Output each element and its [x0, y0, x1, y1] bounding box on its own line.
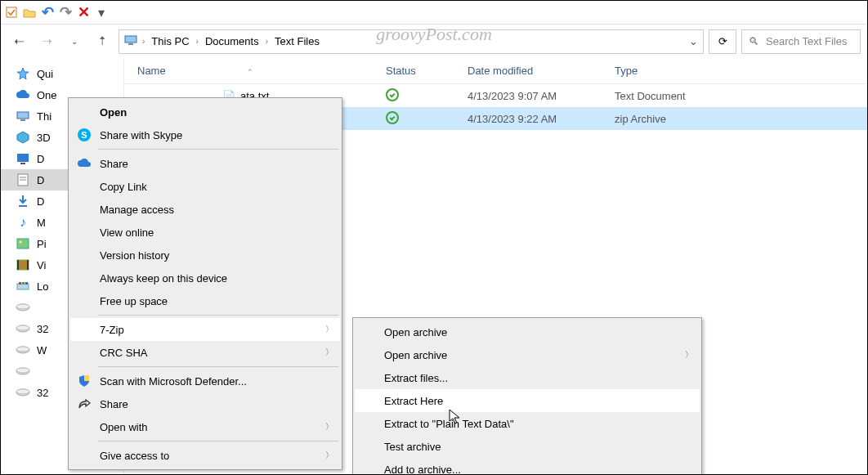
context-item[interactable]: Free up space: [70, 289, 340, 312]
context-item[interactable]: Extract to "Plain Text Data\": [355, 412, 700, 435]
context-item[interactable]: Always keep on this device: [70, 267, 340, 289]
breadcrumb-segment[interactable]: This PC: [150, 35, 190, 47]
context-item-label: Test archive: [384, 441, 441, 453]
context-item[interactable]: Open archive: [355, 320, 700, 343]
download-icon: [16, 194, 30, 208]
recent-dropdown-icon[interactable]: ⌄: [63, 30, 86, 53]
context-item[interactable]: SShare with Skype: [70, 123, 340, 146]
cloud-icon: [77, 156, 92, 171]
svg-point-13: [20, 241, 22, 244]
star-icon: [16, 66, 30, 81]
context-item-label: Add to archive...: [384, 464, 461, 476]
column-type[interactable]: Type: [615, 65, 745, 77]
context-item-label: Open archive: [384, 326, 447, 338]
svg-rect-0: [7, 7, 16, 17]
svg-rect-19: [22, 282, 25, 285]
context-item[interactable]: Extract Here: [355, 389, 700, 412]
file-type: zip Archive: [615, 113, 745, 125]
context-item[interactable]: Manage access: [70, 198, 340, 221]
context-item[interactable]: Open with〉: [70, 415, 340, 438]
search-icon: 🔍︎: [749, 35, 759, 47]
context-item-label: Version history: [100, 249, 169, 262]
address-dropdown-icon[interactable]: ⌄: [689, 35, 698, 47]
sidebar-item-label: M: [37, 217, 46, 229]
context-item[interactable]: Scan with Microsoft Defender...: [70, 370, 340, 392]
sidebar-item-label: Lo: [37, 280, 48, 293]
svg-point-28: [16, 368, 29, 373]
chevron-right-icon: 〉: [685, 349, 693, 361]
svg-point-26: [16, 347, 29, 352]
undo-icon[interactable]: ↶: [40, 5, 55, 20]
sidebar-item-label: Vi: [37, 259, 46, 271]
context-item-label: Open: [100, 106, 127, 119]
sidebar-item-label: One: [37, 89, 57, 101]
svg-rect-2: [128, 43, 133, 45]
sidebar-item-label: Qui: [37, 68, 53, 80]
context-item[interactable]: CRC SHA〉: [70, 341, 340, 364]
qat-dropdown-icon[interactable]: ▾: [94, 5, 109, 20]
svg-rect-12: [17, 239, 29, 249]
share-icon: [77, 397, 92, 411]
context-item[interactable]: Open: [70, 101, 340, 123]
sidebar-item-label: Pi: [37, 238, 47, 250]
redo-icon[interactable]: ↷: [58, 5, 73, 20]
search-input[interactable]: 🔍︎ Search Text Files: [741, 29, 861, 54]
column-status[interactable]: Status: [386, 65, 468, 77]
context-item[interactable]: Share: [70, 392, 340, 415]
disk-icon: [16, 321, 30, 336]
address-bar[interactable]: › This PC › Documents › Text Files ⌄: [119, 29, 704, 54]
breadcrumb-segment[interactable]: Documents: [204, 35, 261, 47]
context-item-label: Extract to "Plain Text Data\": [384, 418, 514, 430]
context-item[interactable]: Extract files...: [355, 366, 700, 389]
chevron-right-icon: ›: [142, 37, 145, 46]
chevron-right-icon: 〉: [325, 421, 333, 432]
back-button[interactable]: 🠐: [7, 30, 30, 53]
context-item-label: 7-Zip: [100, 324, 124, 336]
context-item[interactable]: View online: [70, 221, 340, 244]
context-item[interactable]: Share: [70, 152, 340, 175]
context-item-label: Share: [100, 398, 128, 410]
svg-point-22: [16, 304, 29, 309]
file-type: Text Document: [615, 90, 745, 102]
column-date[interactable]: Date modified: [468, 65, 615, 77]
context-item-label: Extract files...: [384, 372, 448, 384]
refresh-icon: ⟳: [718, 35, 727, 47]
refresh-button[interactable]: ⟳: [709, 29, 736, 54]
picture-icon: [16, 236, 30, 251]
chevron-right-icon: 〉: [325, 347, 333, 358]
desktop-icon: [16, 151, 30, 166]
folder-icon[interactable]: [22, 5, 37, 20]
sidebar-item-label: Thi: [37, 110, 51, 123]
disk-icon: [16, 364, 30, 379]
context-item[interactable]: Version history: [70, 244, 340, 267]
context-item[interactable]: Test archive: [355, 435, 700, 458]
context-item[interactable]: Copy Link: [70, 175, 340, 198]
sidebar-item-label: 32: [37, 323, 48, 335]
forward-button: 🠒: [35, 30, 58, 53]
context-item-label: Manage access: [100, 204, 174, 216]
pc-icon: [16, 109, 30, 123]
chevron-right-icon: ›: [196, 37, 199, 46]
sidebar-item-label: 32: [37, 387, 48, 399]
context-item[interactable]: Give access to〉: [70, 444, 340, 467]
pc-icon: [124, 34, 137, 48]
column-name[interactable]: Name⌃: [124, 65, 386, 77]
check-icon[interactable]: [4, 5, 19, 20]
context-item-label: Scan with Microsoft Defender...: [100, 375, 247, 388]
context-item[interactable]: Add to archive...: [355, 458, 700, 475]
delete-icon[interactable]: ✕: [76, 5, 91, 20]
sidebar-item[interactable]: Qui: [1, 63, 123, 84]
svg-rect-6: [17, 154, 29, 162]
context-item-label: View online: [100, 226, 154, 239]
svg-rect-17: [17, 284, 29, 289]
svg-rect-31: [84, 375, 89, 381]
svg-rect-15: [17, 260, 19, 270]
context-item[interactable]: Open archive〉: [355, 343, 700, 366]
context-separator: [98, 441, 338, 441]
context-item[interactable]: 7-Zip〉: [70, 318, 340, 341]
chevron-right-icon: ›: [266, 37, 268, 46]
breadcrumb-segment[interactable]: Text Files: [273, 35, 321, 47]
up-button[interactable]: 🠑: [91, 30, 114, 53]
context-menu: OpenSShare with SkypeShareCopy LinkManag…: [68, 97, 342, 470]
shield-icon: [77, 374, 92, 388]
